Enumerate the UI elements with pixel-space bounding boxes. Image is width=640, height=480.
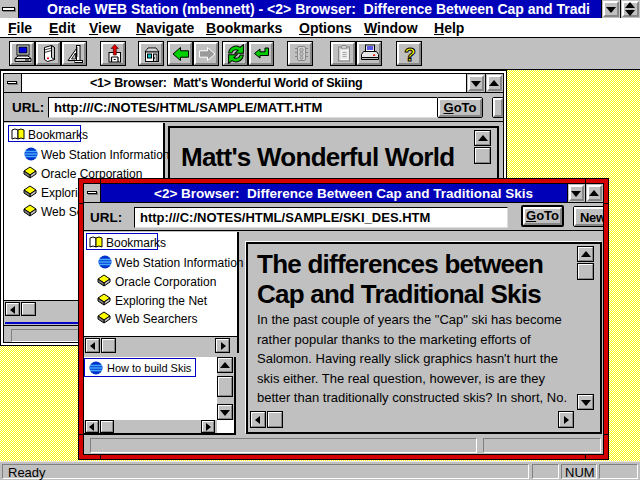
svg-text:?: ? xyxy=(404,44,416,64)
